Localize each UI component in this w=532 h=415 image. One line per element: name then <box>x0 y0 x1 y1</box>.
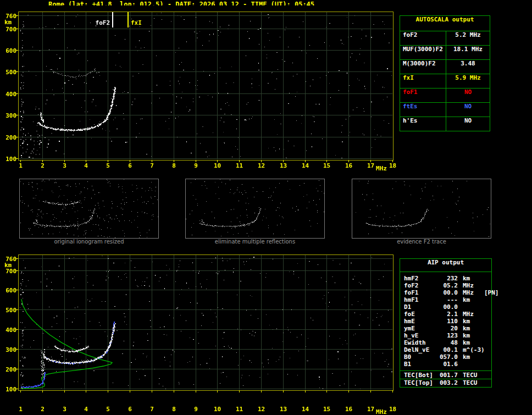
param-value: NO <box>446 88 490 102</box>
autoscala-row-fxI: fxI5.9 MHz <box>400 74 490 88</box>
aip-unit: MHz <box>458 282 483 289</box>
aip-name: B1 <box>404 361 438 368</box>
aip-unit: m^(-3) <box>458 346 483 353</box>
aip-val: 00.1 <box>438 346 458 353</box>
param-value: 5.9 MHz <box>446 74 490 88</box>
aip-unit: km <box>458 275 483 282</box>
aip-name: ymE <box>404 325 438 332</box>
autoscala-table-header: AUTOSCALA output <box>400 16 490 31</box>
aip-note <box>483 318 491 325</box>
aip-row-D1: D100.0 <box>400 303 491 311</box>
aip-note <box>483 311 491 318</box>
aip-row-h_vE: h_vE123km <box>400 332 491 339</box>
aip-row-TEC[Top]: TEC[Top]003.2TECU <box>400 379 491 386</box>
aip-note <box>483 379 491 386</box>
aip-note <box>483 372 491 379</box>
autoscala-row-foF2: foF25.2 MHz <box>400 31 490 45</box>
aip-name: TEC[Top] <box>404 379 438 386</box>
aip-table-rows: hmF2232kmfoF205.2MHzfoF100.0MHz[PN]hmF1-… <box>400 272 491 370</box>
aip-val: 003.2 <box>438 379 458 386</box>
aip-unit: km <box>458 318 483 325</box>
param-value: NO <box>446 103 490 117</box>
aip-row-foE: foE2.1MHz <box>400 311 491 318</box>
aip-unit: km <box>458 339 483 346</box>
aip-row-foF1: foF100.0MHz[PN] <box>400 289 491 296</box>
aip-row-hmF1: hmF1---km <box>400 296 491 303</box>
aip-name: hmE <box>404 318 438 325</box>
profile-ionogram-chart <box>0 248 398 415</box>
aip-note <box>483 275 491 282</box>
thumbnail-eliminate-reflections <box>185 179 325 239</box>
thumbnail-caption-original: original ionogram resized <box>19 239 159 245</box>
aip-note: [PN] <box>483 289 499 296</box>
param-label: ftEs <box>400 103 446 117</box>
aip-note <box>483 282 491 289</box>
aip-val: 057.0 <box>438 353 458 361</box>
autoscala-row-foF1: foF1NO <box>400 88 490 102</box>
aip-val: 001.7 <box>438 372 458 379</box>
aip-name: TEC[Bot] <box>404 372 438 379</box>
aip-row-ymE: ymE20km <box>400 325 491 332</box>
aip-row-B1: B101.6 <box>400 361 491 368</box>
recorded-ionogram-chart <box>0 5 398 176</box>
aip-unit <box>458 303 483 311</box>
aip-note <box>483 325 491 332</box>
aip-note <box>483 346 491 353</box>
autoscala-row-M(3000)F2: M(3000)F23.48 <box>400 59 490 74</box>
param-value: 18.1 MHz <box>446 46 490 59</box>
aip-unit: MHz <box>458 311 483 318</box>
param-label: fxI <box>400 74 446 88</box>
param-label: M(3000)F2 <box>400 60 446 74</box>
autoscala-row-h'Es: h'EsNO <box>400 117 490 131</box>
autoscala-output-table: AUTOSCALA output foF25.2 MHzMUF(3000)F21… <box>400 15 490 131</box>
aip-name: DelN_vE <box>404 346 438 353</box>
aip-name: Ewidth <box>404 339 438 346</box>
aip-note <box>483 296 491 303</box>
aip-val: 20 <box>438 325 458 332</box>
aip-val: 05.2 <box>438 282 458 289</box>
thumbnail-original-ionogram <box>19 179 159 239</box>
thumbnail-caption-f2trace: evidence F2 trace <box>352 239 491 245</box>
aip-val: 110 <box>438 318 458 325</box>
aip-name: hmF1 <box>404 296 438 303</box>
aip-unit: km <box>458 325 483 332</box>
aip-name: D1 <box>404 303 438 311</box>
aip-note <box>483 332 491 339</box>
thumbnail-evidence-f2-trace <box>352 179 491 239</box>
aip-name: foE <box>404 311 438 318</box>
aip-unit: TECU <box>458 379 483 386</box>
aip-unit: km <box>458 332 483 339</box>
aip-unit: MHz <box>458 289 483 296</box>
aip-val: 00.0 <box>438 303 458 311</box>
param-label: MUF(3000)F2 <box>400 46 446 59</box>
aip-val: 48 <box>438 339 458 346</box>
aip-note <box>483 353 491 361</box>
aip-unit: km <box>458 296 483 303</box>
param-value: 5.2 MHz <box>446 31 490 45</box>
autoscala-screen: Rome (lat: +41.8, lon: 012.5) - DATE: 20… <box>0 0 532 415</box>
param-label: foF1 <box>400 88 446 102</box>
aip-val: 232 <box>438 275 458 282</box>
aip-tec-rows: TEC[Bot]001.7TECUTEC[Top]003.2TECU <box>400 370 491 387</box>
aip-note <box>483 303 491 311</box>
thumbnail-caption-reflections: eliminate multiple reflections <box>185 239 325 245</box>
aip-row-Ewidth: Ewidth48km <box>400 339 491 346</box>
autoscala-row-ftEs: ftEsNO <box>400 102 490 117</box>
param-value: NO <box>446 117 490 131</box>
aip-unit <box>458 361 483 368</box>
aip-name: foF2 <box>404 282 438 289</box>
autoscala-row-MUF(3000)F2: MUF(3000)F218.1 MHz <box>400 45 490 59</box>
aip-val: 00.0 <box>438 289 458 296</box>
aip-val: 123 <box>438 332 458 339</box>
aip-row-DelN_vE: DelN_vE00.1m^(-3) <box>400 346 491 353</box>
aip-val: 2.1 <box>438 311 458 318</box>
aip-row-hmE: hmE110km <box>400 318 491 325</box>
aip-row-B0: B0057.0km <box>400 353 491 361</box>
aip-name: B0 <box>404 353 438 361</box>
aip-row-foF2: foF205.2MHz <box>400 282 491 289</box>
param-label: foF2 <box>400 31 446 45</box>
aip-name: h_vE <box>404 332 438 339</box>
aip-unit: TECU <box>458 372 483 379</box>
aip-row-TEC[Bot]: TEC[Bot]001.7TECU <box>400 372 491 379</box>
autoscala-table-rows: foF25.2 MHzMUF(3000)F218.1 MHzM(3000)F23… <box>400 31 490 131</box>
